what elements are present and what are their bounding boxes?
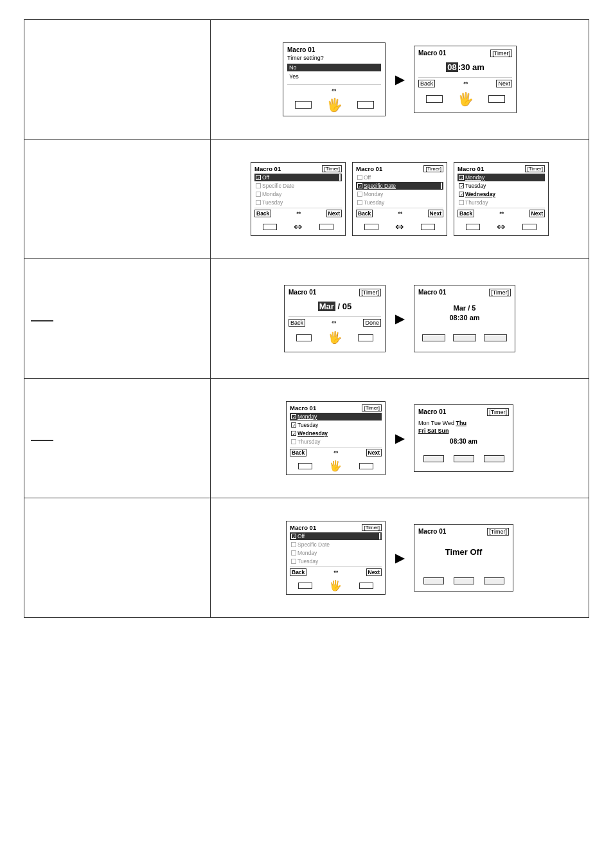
footer-o: Back ⇔ Next xyxy=(290,566,382,576)
item-thursday-w: Thursday xyxy=(290,438,382,446)
screen-tag-time: [Timer] xyxy=(490,50,512,57)
menu-item-no: No xyxy=(287,64,381,71)
arrow-o: ▶ xyxy=(395,551,404,565)
footer-2c: Back ⇔ Next xyxy=(458,208,545,217)
btn-row-2c: ⇔ xyxy=(458,221,545,233)
label-mon-2c: Monday xyxy=(465,174,484,181)
back-3a[interactable]: Back xyxy=(289,319,305,327)
row-timer-setting: Macro 01 Timer setting? No Yes ⇔ 🖐 ▶ xyxy=(24,20,589,140)
header-tos: Macro 01 [Timer] xyxy=(418,528,509,536)
item-monday-o: Monday xyxy=(290,549,382,557)
tag-3b: [Timer] xyxy=(489,289,511,296)
tag-ws: [Timer] xyxy=(487,408,509,416)
label-mon: Monday xyxy=(262,191,281,197)
tag-2b: [Timer] xyxy=(423,165,443,172)
right-panel-3a: Macro 01 [Timer] Mar / 05 Back ⇔ Done xyxy=(211,259,589,378)
rect-2a-l[interactable] xyxy=(263,224,277,230)
summary-time-ws: 08:30 am xyxy=(418,438,509,445)
label-mon-2b: Monday xyxy=(364,191,383,197)
screen-title: Macro 01 xyxy=(287,46,315,53)
day-thu: Thu xyxy=(456,420,466,426)
title-tos: Macro 01 xyxy=(418,528,446,536)
rect-w-r[interactable] xyxy=(359,463,373,469)
footer-2a: Back ⇔ Next xyxy=(254,208,342,217)
back-2c[interactable]: Back xyxy=(458,210,474,217)
rect-2c-r[interactable] xyxy=(522,224,537,230)
rect-o-r[interactable] xyxy=(359,583,373,589)
cb-mon-w: ✓ xyxy=(291,414,296,419)
rect-2b-r[interactable] xyxy=(421,224,435,230)
rect-3b-r xyxy=(484,334,507,341)
center-2a: ⇔ xyxy=(296,210,301,217)
item-monday: Monday xyxy=(254,190,342,198)
rect-2b-l[interactable] xyxy=(364,224,378,230)
tag-2a: [Timer] xyxy=(322,165,342,172)
dash-line-3b xyxy=(31,440,53,441)
back-2a[interactable]: Back xyxy=(254,210,271,217)
center-2b: ⇔ xyxy=(398,210,403,217)
next-2b[interactable]: Next xyxy=(428,210,443,217)
hand-icon-time: 🖐 xyxy=(458,91,474,107)
cb-tue-2c: ✓ xyxy=(459,183,464,188)
screen-timer-off: Macro 01 [Timer] Timer Off xyxy=(414,524,513,592)
rect-btn-left[interactable] xyxy=(295,101,312,109)
next-btn-time[interactable]: Next xyxy=(496,80,512,87)
days-row1: Mon Tue Wed Thu xyxy=(418,420,509,426)
time-highlight: 08 xyxy=(446,62,458,72)
screen-timer-menu: Macro 01 Timer setting? No Yes ⇔ 🖐 xyxy=(283,42,386,116)
rect-btn-time-left[interactable] xyxy=(426,95,443,103)
next-2a[interactable]: Next xyxy=(326,210,342,217)
label-spec-o: Specific Date xyxy=(298,541,330,548)
next-w[interactable]: Next xyxy=(366,449,382,457)
back-w[interactable]: Back xyxy=(290,449,306,457)
cb-spec xyxy=(256,183,261,188)
rect-btn-time-right[interactable] xyxy=(488,95,505,103)
day-sat: Sat xyxy=(427,428,438,434)
rect-3b-c xyxy=(453,334,476,341)
rect-o-l[interactable] xyxy=(298,583,312,589)
cb-thu-2c xyxy=(459,200,464,205)
rect-3a-r[interactable] xyxy=(358,334,373,341)
rect-w-l[interactable] xyxy=(298,463,312,469)
btn-row-o: 🖐 xyxy=(290,579,382,592)
hand-2b: ⇔ xyxy=(395,221,404,233)
item-tuesday-2c: ✓ Tuesday xyxy=(458,182,545,190)
screen-off-selected: Macro 01 [Timer] ✓ Off Specific Date xyxy=(251,162,346,236)
item-wednesday-2c: ✓ Wednesday xyxy=(458,190,545,198)
label-tue-w: Tuesday xyxy=(298,422,318,428)
back-btn-time[interactable]: Back xyxy=(418,80,435,87)
time-rest: :30 am xyxy=(458,62,484,72)
back-2b[interactable]: Back xyxy=(356,210,373,217)
next-o[interactable]: Next xyxy=(366,568,382,576)
screen-header-2c: Macro 01 [Timer] xyxy=(458,165,545,172)
rect-btn-right[interactable] xyxy=(357,101,374,109)
back-o[interactable]: Back xyxy=(290,568,306,576)
rect-3a-l[interactable] xyxy=(296,334,312,341)
btn-row-2a: ⇔ xyxy=(254,221,342,233)
cb-off: ✓ xyxy=(256,175,261,180)
label-off-o: Off xyxy=(298,533,305,539)
screen-weekly-days: Macro 01 [Timer] ✓ Monday ✓ Tuesday ✓ We… xyxy=(454,162,549,236)
rect-ws-l xyxy=(423,455,444,462)
cb-mon-2c: ✓ xyxy=(459,175,464,180)
rect-2c-l[interactable] xyxy=(466,224,480,230)
header-ws: Macro 01 [Timer] xyxy=(418,408,509,416)
header-w: Macro 01 [Timer] xyxy=(290,404,382,411)
cb-spec-2b: ✓ xyxy=(357,183,362,188)
item-monday-2c: ✓ Monday xyxy=(458,174,545,181)
label-mon-w: Monday xyxy=(298,413,317,420)
rect-tos-l xyxy=(423,577,444,584)
cursor-spec xyxy=(441,183,442,189)
day-mon: Mon xyxy=(418,420,431,426)
rect-2a-r[interactable] xyxy=(319,224,333,230)
item-wednesday-w: ✓ Wednesday xyxy=(290,429,382,437)
next-2c[interactable]: Next xyxy=(529,210,545,217)
cb-thu-w xyxy=(291,439,296,444)
tag-2c: [Timer] xyxy=(525,165,545,172)
screen-time-setting: Macro 01 [Timer] 08:30 am Back ⇔ Next 🖐 xyxy=(414,46,517,113)
screen-header-2b: Macro 01 [Timer] xyxy=(356,165,443,172)
done-3a[interactable]: Done xyxy=(363,319,381,327)
item-monday-2b: Monday xyxy=(356,190,443,198)
btn-row-tos xyxy=(418,577,509,584)
item-tuesday-2b: Tuesday xyxy=(356,199,443,206)
